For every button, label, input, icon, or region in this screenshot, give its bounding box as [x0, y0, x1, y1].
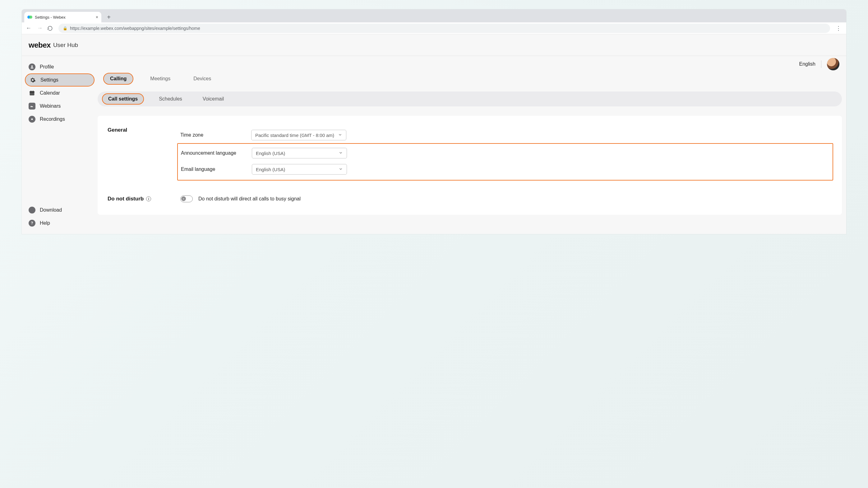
subtab-voicemail[interactable]: Voicemail: [197, 94, 229, 104]
reload-button[interactable]: [47, 26, 55, 31]
secondary-tabs: Call settings Schedules Voicemail: [98, 91, 842, 107]
browser-tab-strip: Settings - Webex × +: [22, 9, 846, 22]
svg-rect-4: [33, 91, 34, 92]
sidebar-item-label: Profile: [40, 64, 54, 70]
new-tab-button[interactable]: +: [104, 13, 113, 22]
chevron-down-icon: [339, 151, 343, 156]
svg-point-5: [31, 119, 33, 120]
back-button[interactable]: ←: [25, 25, 32, 31]
tab-title: Settings - Webex: [35, 15, 93, 20]
download-icon: [29, 207, 35, 213]
email-language-row: Email language English (USA): [181, 161, 833, 177]
time-zone-select[interactable]: Pacific standard time (GMT - 8:00 am): [251, 130, 346, 140]
gear-icon: [29, 77, 36, 83]
help-icon: ?: [29, 220, 35, 227]
main-content: English Calling Meetings Devices Call se…: [98, 56, 846, 234]
dnd-title-text: Do not disturb: [107, 196, 144, 202]
sidebar-item-profile[interactable]: Profile: [25, 60, 94, 74]
general-card: General Time zone Pacific standard time …: [98, 116, 842, 215]
language-highlight-box: Announcement language English (USA) Emai…: [177, 143, 833, 180]
app-header: webex User Hub: [22, 34, 846, 56]
product-name: User Hub: [53, 42, 78, 49]
sidebar-item-label: Calendar: [40, 90, 60, 96]
browser-menu-icon[interactable]: ⋮: [834, 25, 843, 32]
svg-point-0: [31, 65, 33, 67]
user-avatar[interactable]: [827, 58, 839, 70]
language-selector[interactable]: English: [799, 61, 815, 67]
info-icon[interactable]: i: [146, 196, 151, 201]
profile-icon: [29, 63, 35, 70]
sidebar-item-help[interactable]: ? Help: [25, 217, 94, 230]
announcement-language-select[interactable]: English (USA): [252, 148, 347, 159]
lock-icon: 🔒: [63, 26, 67, 30]
primary-tabs: Calling Meetings Devices: [98, 73, 842, 85]
sidebar: Profile Settings Calendar: [22, 56, 98, 234]
sidebar-item-calendar[interactable]: Calendar: [25, 87, 94, 99]
dnd-title: Do not disturb i: [107, 196, 180, 202]
sidebar-item-label: Help: [40, 220, 50, 226]
tab-calling[interactable]: Calling: [103, 73, 133, 85]
forward-button[interactable]: →: [36, 25, 43, 31]
header-right: English: [799, 58, 839, 70]
recordings-icon: [29, 116, 35, 123]
time-zone-label: Time zone: [180, 132, 251, 138]
subtab-schedules[interactable]: Schedules: [153, 94, 188, 104]
sidebar-item-label: Settings: [40, 77, 58, 83]
browser-window: Settings - Webex × + ← → 🔒 https://examp…: [22, 9, 846, 234]
divider: [821, 60, 822, 68]
sidebar-item-recordings[interactable]: Recordings: [25, 113, 94, 126]
sidebar-item-label: Recordings: [40, 116, 65, 122]
browser-tab[interactable]: Settings - Webex ×: [24, 12, 101, 22]
app-page: webex User Hub Profile Settings: [22, 34, 846, 234]
calendar-icon: [29, 90, 35, 96]
sidebar-item-webinars[interactable]: Webinars: [25, 99, 94, 113]
close-tab-icon[interactable]: ×: [96, 15, 98, 20]
announcement-language-row: Announcement language English (USA): [181, 145, 833, 161]
announcement-language-value: English (USA): [256, 151, 285, 156]
url-text: https://example.webex.com/webappng/sites…: [70, 26, 200, 31]
webinars-icon: [29, 103, 35, 110]
svg-rect-2: [30, 91, 34, 92]
tab-devices[interactable]: Devices: [187, 74, 217, 84]
address-bar[interactable]: 🔒 https://example.webex.com/webappng/sit…: [58, 24, 830, 33]
dnd-section: Do not disturb i × Do not disturb will d…: [107, 196, 833, 202]
sidebar-item-label: Webinars: [40, 103, 61, 109]
chevron-down-icon: [339, 167, 343, 172]
sidebar-item-settings[interactable]: Settings: [25, 74, 94, 87]
brand-name: webex: [29, 41, 51, 50]
email-language-select[interactable]: English (USA): [252, 164, 347, 175]
sidebar-item-download[interactable]: Download: [25, 204, 94, 217]
chevron-down-icon: [338, 133, 342, 138]
announcement-language-label: Announcement language: [181, 150, 252, 156]
dnd-toggle[interactable]: ×: [180, 196, 193, 202]
time-zone-row: Time zone Pacific standard time (GMT - 8…: [180, 127, 833, 143]
section-title-general: General: [107, 127, 180, 180]
tab-meetings[interactable]: Meetings: [144, 74, 177, 84]
webex-favicon: [27, 15, 32, 20]
email-language-value: English (USA): [256, 167, 285, 172]
time-zone-value: Pacific standard time (GMT - 8:00 am): [255, 133, 334, 138]
browser-toolbar: ← → 🔒 https://example.webex.com/webappng…: [22, 22, 846, 34]
toggle-knob: ×: [181, 196, 186, 201]
svg-rect-3: [31, 91, 31, 92]
subtab-call-settings[interactable]: Call settings: [102, 93, 144, 105]
sidebar-item-label: Download: [40, 207, 62, 213]
dnd-description: Do not disturb will direct all calls to …: [198, 196, 301, 202]
email-language-label: Email language: [181, 167, 252, 172]
